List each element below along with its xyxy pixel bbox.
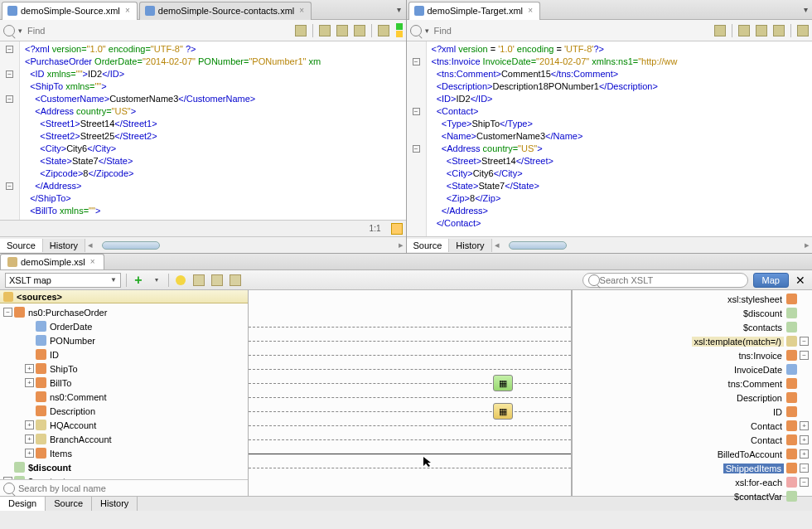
view-tab-source[interactable]: Source xyxy=(407,239,450,252)
target-tree-item[interactable]: xsl:template(match=/)− xyxy=(573,334,812,348)
horizontal-scrollbar[interactable] xyxy=(502,241,802,250)
xslt-search-input[interactable] xyxy=(600,275,742,285)
close-icon[interactable]: × xyxy=(297,7,306,15)
target-tree-item[interactable]: $contacts xyxy=(573,320,812,334)
fold-gutter[interactable]: − − − xyxy=(407,41,427,236)
expand-toggle-icon[interactable]: − xyxy=(800,463,809,473)
search-icon[interactable] xyxy=(410,25,422,36)
fold-toggle-icon[interactable]: − xyxy=(6,95,13,103)
target-tree-item[interactable]: Contact+ xyxy=(573,433,812,447)
mapping-canvas[interactable]: ▦ ▦ xyxy=(249,290,572,496)
source-tree-item[interactable]: ID xyxy=(0,347,248,362)
bookmark-prev-icon[interactable] xyxy=(336,25,348,36)
fold-toggle-icon[interactable]: − xyxy=(6,46,13,53)
view-tab-source[interactable]: Source xyxy=(46,497,92,511)
source-tree-item[interactable]: +BranchAccount xyxy=(0,432,248,446)
horizontal-scrollbar[interactable] xyxy=(95,241,395,250)
source-tree-item[interactable]: $discount xyxy=(0,460,248,474)
options-icon[interactable] xyxy=(797,25,809,36)
sources-header[interactable]: <sources> xyxy=(0,290,248,303)
expand-toggle-icon[interactable]: + xyxy=(800,435,809,444)
search-icon[interactable] xyxy=(3,25,15,36)
bookmark-icon[interactable] xyxy=(319,25,331,36)
highlight-icon[interactable] xyxy=(714,25,726,36)
scroll-right-icon[interactable]: ▸ xyxy=(396,240,406,250)
view-tab-source[interactable]: Source xyxy=(0,239,43,252)
tab-xslt-file[interactable]: demoSimple.xsl × xyxy=(0,254,104,269)
source-tree[interactable]: −ns0:PurchaseOrderOrderDatePONumberID+Sh… xyxy=(0,303,248,479)
find-dropdown-icon[interactable]: ▾ xyxy=(18,27,22,35)
source-tree-item[interactable]: PONumber xyxy=(0,333,248,347)
bookmark-next-icon[interactable] xyxy=(354,25,365,36)
expand-toggle-icon[interactable]: + xyxy=(25,378,34,387)
fold-toggle-icon[interactable]: − xyxy=(413,58,420,66)
fold-toggle-icon[interactable]: − xyxy=(6,70,13,78)
scroll-right-icon[interactable]: ▸ xyxy=(802,240,812,250)
fold-gutter[interactable]: − − − − xyxy=(0,41,20,220)
close-icon[interactable]: × xyxy=(89,258,97,266)
more-icon[interactable]: ✕ xyxy=(794,274,807,287)
marker-icon[interactable] xyxy=(391,223,403,235)
scroll-left-icon[interactable]: ◂ xyxy=(85,240,95,250)
bookmark-icon[interactable] xyxy=(738,25,750,36)
target-tree-item[interactable]: xsl:stylesheet xyxy=(573,292,812,306)
source-code-area[interactable]: − − − − <?xml version="1.0" encoding="UT… xyxy=(0,41,406,220)
source-search-input[interactable] xyxy=(18,483,244,493)
tab-source-contacts-xml[interactable]: demoSimple-Source-contacts.xml × xyxy=(139,2,312,20)
source-tree-item[interactable]: +ShipTo xyxy=(0,362,248,376)
target-tree-item[interactable]: Description xyxy=(573,391,812,405)
target-code[interactable]: <?xml version = '1.0' encoding = 'UTF-8'… xyxy=(427,41,683,236)
target-tree-item[interactable]: xsl:for-each− xyxy=(573,475,812,489)
target-tree-item[interactable]: $contactVar xyxy=(573,489,812,503)
expand-toggle-icon[interactable]: − xyxy=(3,308,12,317)
find-dropdown-icon[interactable]: ▾ xyxy=(425,27,429,35)
source-tree-item[interactable]: +BillTo xyxy=(0,376,248,390)
fold-toggle-icon[interactable]: − xyxy=(413,145,420,153)
view-tab-history[interactable]: History xyxy=(449,239,491,252)
expand-toggle-icon[interactable]: + xyxy=(25,449,34,458)
map-mode-combo[interactable]: XSLT map ▼ xyxy=(5,273,121,288)
target-tree-item[interactable]: Contact+ xyxy=(573,419,812,433)
auto-map-icon[interactable] xyxy=(210,274,224,287)
fold-toggle-icon[interactable]: − xyxy=(413,108,420,115)
view-tab-design[interactable]: Design xyxy=(0,497,46,511)
bookmark-prev-icon[interactable] xyxy=(756,25,767,36)
map-button[interactable]: Map xyxy=(753,273,789,288)
view-tab-history[interactable]: History xyxy=(43,239,85,252)
function-node[interactable]: ▦ xyxy=(493,403,513,420)
view-tab-history[interactable]: History xyxy=(92,497,138,511)
validate-icon[interactable] xyxy=(174,274,187,287)
expand-toggle-icon[interactable]: + xyxy=(25,434,34,444)
add-icon[interactable]: + xyxy=(132,274,145,287)
scroll-left-icon[interactable]: ◂ xyxy=(492,240,502,250)
highlight-icon[interactable] xyxy=(295,25,307,36)
options-icon[interactable] xyxy=(378,25,389,36)
source-tree-item[interactable]: +Items xyxy=(0,446,248,460)
tab-source-xml[interactable]: demoSimple-Source.xml × xyxy=(2,2,138,20)
source-tree-item[interactable]: OrderDate xyxy=(0,319,248,333)
target-tree-item[interactable]: InvoiceDate xyxy=(573,362,812,376)
target-tree-item[interactable]: ShippedItems− xyxy=(573,461,812,475)
bookmark-next-icon[interactable] xyxy=(773,25,785,36)
expand-toggle-icon[interactable]: − xyxy=(800,351,809,360)
expand-toggle-icon[interactable]: − xyxy=(800,478,809,487)
target-tree-item[interactable]: ID xyxy=(573,405,812,419)
source-tree-item[interactable]: ns0:Comment xyxy=(0,390,248,404)
find-input[interactable] xyxy=(26,24,292,37)
xslt-search[interactable] xyxy=(582,273,748,288)
refresh-icon[interactable] xyxy=(229,274,242,287)
test-icon[interactable] xyxy=(192,274,205,287)
source-tree-item[interactable]: +HQAccount xyxy=(0,418,248,432)
target-tree-item[interactable]: BilledToAccount+ xyxy=(573,447,812,461)
close-icon[interactable]: × xyxy=(123,7,132,15)
tab-list-dropdown-icon[interactable]: ▾ xyxy=(799,5,812,14)
tab-list-dropdown-icon[interactable]: ▾ xyxy=(393,5,406,14)
add-dropdown-icon[interactable]: ▾ xyxy=(150,274,163,287)
expand-toggle-icon[interactable]: + xyxy=(800,421,809,430)
find-input[interactable] xyxy=(433,24,712,37)
expand-toggle-icon[interactable]: + xyxy=(800,449,809,459)
expand-toggle-icon[interactable]: + xyxy=(25,364,34,373)
tab-target-xml[interactable]: demoSimple-Target.xml × xyxy=(408,2,541,20)
expand-toggle-icon[interactable]: − xyxy=(800,337,809,346)
function-node-concat[interactable]: ▦ xyxy=(493,375,513,391)
